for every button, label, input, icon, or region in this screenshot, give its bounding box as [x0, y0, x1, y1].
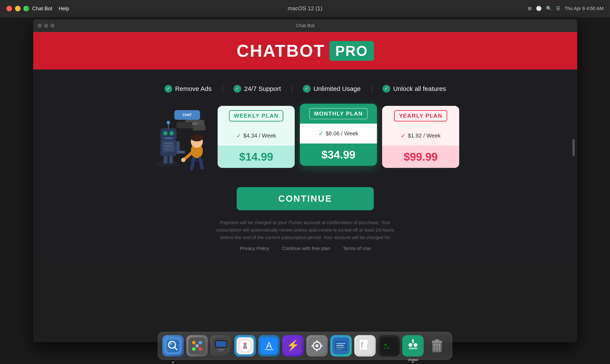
minimize-button[interactable] — [15, 6, 21, 11]
app-close-button[interactable] — [38, 24, 42, 28]
close-button[interactable] — [6, 6, 12, 11]
svg-point-38 — [199, 347, 202, 351]
dock-item-launchpad[interactable] — [186, 335, 208, 356]
dock-item-reeder[interactable]: ⚡ — [282, 335, 304, 356]
footer-links: Privacy Policy Continue with free plan T… — [46, 246, 564, 251]
check-icon-support: ✓ — [234, 85, 241, 93]
svg-rect-62 — [311, 345, 314, 347]
monthly-plan-header: MONTHLY PLAN — [300, 104, 377, 124]
dock: A ⚡ — [158, 332, 452, 360]
feature-label-support: 24/7 Support — [244, 85, 281, 92]
pro-badge: PRO — [329, 41, 374, 61]
search-icon[interactable]: 🔍 — [546, 6, 552, 11]
dock-item-terminal[interactable]: >_ — [378, 335, 400, 356]
control-center-icon[interactable]: ⊞ — [528, 6, 532, 11]
yearly-plan-body: ✓ $1.92 / Week — [382, 126, 459, 146]
macos-menu:  Chat Bot Help — [24, 0, 69, 17]
footer-link-terms[interactable]: Terms of Use — [343, 246, 371, 251]
dock-item-safari[interactable] — [234, 335, 256, 356]
app-header: CHATBOT PRO — [33, 32, 577, 69]
yearly-price-week-label: $1.92 / Week — [408, 132, 441, 139]
svg-rect-5 — [193, 125, 205, 130]
weekly-price-week-label: $4.34 / Week — [243, 132, 276, 139]
dock-item-chatbot[interactable]: Chatbot — [402, 335, 424, 356]
dock-item-app-store[interactable]: A — [258, 335, 280, 356]
monthly-price-per-week: ✓ $8.06 / Week — [304, 130, 373, 137]
dock-item-mission-control[interactable] — [210, 335, 232, 356]
monthly-plan-body: ✓ $8.06 / Week — [300, 124, 377, 143]
dock-item-preview[interactable] — [354, 335, 376, 356]
yearly-plan-title: YEARLY PLAN — [394, 110, 447, 121]
svg-text:>_: >_ — [384, 342, 390, 347]
yearly-plan-footer: $99.99 — [382, 146, 459, 168]
feature-support: ✓ 24/7 Support — [223, 85, 292, 93]
feature-label-unlimited: Unlimited Usage — [314, 85, 361, 92]
finder-dot — [172, 362, 174, 363]
plan-card-weekly[interactable]: WEEKLY PLAN ✓ $4.34 / Week $14.99 — [218, 106, 295, 168]
monthly-price-total: $34.99 — [305, 148, 372, 161]
svg-point-80 — [408, 343, 412, 347]
svg-text:⚡: ⚡ — [287, 339, 299, 351]
weekly-plan-body: ✓ $4.34 / Week — [218, 126, 295, 146]
weekly-plan-header: WEEKLY PLAN — [218, 106, 295, 126]
feature-unlock: ✓ Unlock all features — [372, 85, 457, 93]
svg-rect-12 — [179, 151, 185, 153]
chatbot-dot — [412, 362, 414, 363]
svg-rect-4 — [177, 122, 193, 128]
svg-rect-44 — [219, 350, 223, 351]
yearly-price-total: $99.99 — [387, 150, 455, 163]
check-icon-unlock: ✓ — [383, 85, 390, 93]
dock-item-finder[interactable] — [162, 335, 184, 356]
apple-icon[interactable]:  — [24, 5, 26, 12]
menu-item-help[interactable]: Help — [59, 6, 69, 12]
brand-title: CHATBOT — [236, 41, 325, 61]
monthly-price-week-label: $8.06 / Week — [326, 130, 358, 137]
svg-text:CHAT: CHAT — [182, 113, 192, 117]
plan-card-monthly[interactable]: MONTHLY PLAN ✓ $8.06 / Week $34.99 — [300, 104, 377, 166]
footer-link-free[interactable]: Continue with free plan — [282, 246, 330, 251]
dock-item-system-preferences[interactable] — [306, 335, 328, 356]
svg-rect-42 — [216, 341, 226, 347]
app-maximize-button[interactable] — [50, 24, 55, 28]
clock-icon[interactable]: 🕐 — [536, 6, 542, 11]
check-icon-ads: ✓ — [165, 85, 172, 93]
svg-text:A: A — [266, 340, 272, 350]
macos-titlebar:  Chat Bot Help macOS 12 (1) ⊞ 🕐 🔍 ☰ Thu… — [0, 0, 610, 17]
svg-point-39 — [195, 344, 199, 348]
menu-item-chatbot[interactable]: Chat Bot — [32, 6, 52, 12]
plans-row: CHAT BOT — [46, 102, 564, 179]
feature-unlimited: ✓ Unlimited Usage — [292, 85, 371, 93]
app-window: Chat Bot CHATBOT PRO ✓ Remove Ads ✓ 24/7… — [33, 19, 577, 342]
svg-point-84 — [412, 339, 414, 341]
feature-label-ads: Remove Ads — [175, 85, 212, 92]
svg-rect-82 — [409, 348, 417, 349]
clock-display: Thu Apr 6 4:50 AM — [565, 6, 604, 11]
svg-point-37 — [192, 347, 195, 351]
app-minimize-button[interactable] — [44, 24, 48, 28]
svg-rect-66 — [336, 343, 346, 344]
feature-label-unlock: Unlock all features — [393, 85, 446, 92]
yearly-price-per-week: ✓ $1.92 / Week — [386, 132, 455, 139]
svg-point-35 — [192, 341, 195, 344]
svg-rect-7 — [164, 155, 167, 164]
svg-rect-43 — [218, 349, 224, 350]
svg-rect-87 — [435, 339, 439, 341]
monthly-plan-footer: $34.99 — [300, 143, 377, 166]
svg-point-36 — [199, 341, 202, 344]
svg-rect-8 — [169, 155, 173, 164]
dock-item-trash[interactable] — [426, 335, 448, 356]
app-window-title: Chat Bot — [296, 23, 314, 28]
app-traffic-lights — [38, 24, 55, 28]
notification-icon[interactable]: ☰ — [556, 6, 560, 11]
plan-card-yearly[interactable]: YEARLY PLAN ✓ $1.92 / Week $99.99 — [382, 106, 459, 168]
app-titlebar: Chat Bot — [33, 19, 577, 32]
svg-text:BOT: BOT — [192, 122, 198, 125]
weekly-plan-title: WEEKLY PLAN — [229, 110, 283, 121]
dock-item-netnewswire[interactable] — [330, 335, 352, 356]
svg-rect-68 — [336, 347, 345, 348]
footer-link-privacy[interactable]: Privacy Policy — [240, 246, 269, 251]
scroll-indicator[interactable] — [572, 139, 575, 156]
svg-rect-69 — [336, 349, 342, 350]
svg-rect-78 — [383, 348, 390, 349]
continue-button[interactable]: CONTINUE — [237, 187, 374, 210]
